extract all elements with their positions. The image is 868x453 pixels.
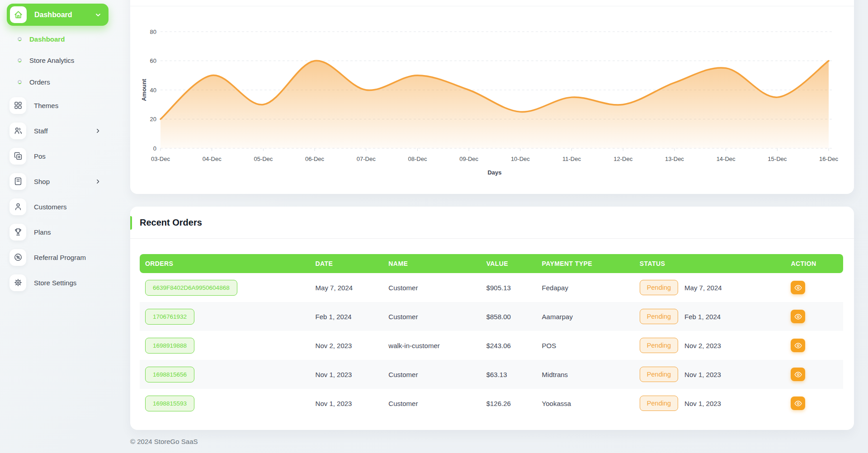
order-payment: Aamarpay bbox=[537, 313, 634, 321]
view-order-button[interactable] bbox=[791, 396, 805, 410]
sidebar-item-store-settings[interactable]: Store Settings bbox=[0, 273, 120, 293]
shop-icon bbox=[9, 173, 26, 190]
sidebar-item-store-analytics[interactable]: Store Analytics bbox=[0, 52, 120, 68]
order-value: $243.06 bbox=[481, 342, 537, 349]
pos-icon bbox=[9, 148, 26, 165]
order-value: $858.00 bbox=[481, 313, 537, 321]
order-date: Nov 1, 2023 bbox=[310, 400, 383, 407]
x-axis-title: Days bbox=[487, 169, 501, 176]
sidebar-header-label: Dashboard bbox=[34, 11, 95, 19]
status-badge[interactable]: Pending bbox=[640, 396, 678, 411]
order-payment: Fedapay bbox=[537, 284, 634, 292]
y-axis-title: Amount bbox=[141, 79, 147, 101]
order-id-badge[interactable]: 6639F8402D6A9950604868 bbox=[145, 280, 237, 296]
eye-icon bbox=[794, 342, 802, 349]
table-header-value: VALUE bbox=[481, 260, 537, 267]
status-date: Nov 2, 2023 bbox=[684, 342, 721, 349]
referral-icon bbox=[9, 249, 26, 266]
order-name: Customer bbox=[383, 371, 481, 378]
sidebar-item-staff[interactable]: Staff bbox=[0, 121, 120, 141]
order-date: May 7, 2024 bbox=[310, 284, 383, 292]
order-id-badge[interactable]: 1698815593 bbox=[145, 396, 194, 411]
svg-text:12-Dec: 12-Dec bbox=[613, 156, 632, 162]
view-order-button[interactable] bbox=[791, 281, 805, 294]
status-badge[interactable]: Pending bbox=[640, 367, 678, 382]
svg-text:40: 40 bbox=[150, 87, 156, 94]
view-order-button[interactable] bbox=[791, 310, 805, 323]
eye-icon bbox=[794, 284, 802, 291]
svg-text:14-Dec: 14-Dec bbox=[717, 156, 736, 162]
svg-text:08-Dec: 08-Dec bbox=[408, 156, 427, 162]
sidebar-item-pos[interactable]: Pos bbox=[0, 146, 120, 166]
status-date: Nov 1, 2023 bbox=[684, 371, 721, 378]
order-id-badge[interactable]: 1698919888 bbox=[145, 338, 194, 354]
svg-text:10-Dec: 10-Dec bbox=[511, 156, 530, 162]
view-order-button[interactable] bbox=[791, 368, 805, 381]
order-payment: POS bbox=[537, 342, 634, 349]
orders-table: ORDERS DATE NAME VALUE PAYMENT TYPE STAT… bbox=[140, 254, 843, 418]
table-header-orders: ORDERS bbox=[140, 260, 310, 267]
table-header-action: ACTION bbox=[785, 260, 843, 267]
view-order-button[interactable] bbox=[791, 339, 805, 352]
order-date: Feb 1, 2024 bbox=[310, 313, 383, 321]
status-badge[interactable]: Pending bbox=[640, 338, 678, 353]
sidebar-item-shop[interactable]: Shop bbox=[0, 171, 120, 191]
chevron-right-icon bbox=[95, 128, 101, 134]
table-row: 1706761932 Feb 1, 2024 Customer $858.00 … bbox=[140, 302, 843, 331]
svg-text:20: 20 bbox=[150, 116, 156, 123]
svg-text:15-Dec: 15-Dec bbox=[768, 156, 787, 162]
orders-area-chart: 02040608003-Dec04-Dec05-Dec06-Dec07-Dec0… bbox=[130, 0, 854, 194]
order-name: Customer bbox=[383, 400, 481, 407]
trophy-icon bbox=[9, 224, 26, 241]
order-payment: Midtrans bbox=[537, 371, 634, 378]
eye-icon bbox=[794, 313, 802, 320]
svg-text:0: 0 bbox=[153, 145, 156, 152]
bullet-icon bbox=[17, 80, 22, 84]
svg-text:03-Dec: 03-Dec bbox=[151, 156, 170, 162]
table-header-status: STATUS bbox=[634, 260, 786, 267]
table-row: 1698919888 Nov 2, 2023 walk-in-customer … bbox=[140, 331, 843, 360]
sidebar-item-orders[interactable]: Orders bbox=[0, 74, 120, 90]
table-row: 1698815656 Nov 1, 2023 Customer $63.13 M… bbox=[140, 360, 843, 389]
sidebar-item-themes[interactable]: Themes bbox=[0, 95, 120, 115]
chevron-down-icon bbox=[95, 12, 101, 18]
sidebar-item-dashboard[interactable]: Dashboard bbox=[0, 31, 120, 47]
chevron-right-icon bbox=[95, 179, 101, 184]
order-id-badge[interactable]: 1706761932 bbox=[145, 309, 194, 325]
svg-text:13-Dec: 13-Dec bbox=[665, 156, 684, 162]
order-date: Nov 2, 2023 bbox=[310, 342, 383, 349]
users-icon bbox=[9, 123, 26, 139]
status-badge[interactable]: Pending bbox=[640, 309, 678, 324]
order-id-badge[interactable]: 1698815656 bbox=[145, 367, 194, 382]
sidebar: Dashboard Dashboard Store Analytics Orde… bbox=[0, 0, 120, 453]
table-header-row: ORDERS DATE NAME VALUE PAYMENT TYPE STAT… bbox=[140, 254, 843, 273]
status-date: May 7, 2024 bbox=[684, 284, 722, 292]
table-header-name: NAME bbox=[383, 260, 481, 267]
order-name: Customer bbox=[383, 313, 481, 321]
svg-text:60: 60 bbox=[150, 57, 156, 64]
status-date: Nov 1, 2023 bbox=[684, 400, 721, 407]
gear-icon bbox=[9, 274, 26, 291]
home-icon bbox=[10, 6, 27, 23]
svg-text:80: 80 bbox=[150, 28, 156, 35]
sidebar-item-plans[interactable]: Plans bbox=[0, 222, 120, 242]
svg-text:07-Dec: 07-Dec bbox=[357, 156, 376, 162]
order-payment: Yookassa bbox=[537, 400, 634, 407]
footer-copyright: © 2024 StoreGo SaaS bbox=[130, 438, 198, 445]
status-badge[interactable]: Pending bbox=[640, 280, 678, 295]
status-date: Feb 1, 2024 bbox=[684, 313, 721, 321]
order-name: Customer bbox=[383, 284, 481, 292]
eye-icon bbox=[794, 400, 802, 407]
grid-icon bbox=[9, 97, 26, 114]
sidebar-item-customers[interactable]: Customers bbox=[0, 197, 120, 217]
customer-icon bbox=[9, 198, 26, 215]
recent-orders-title: Recent Orders bbox=[140, 217, 202, 228]
table-row: 6639F8402D6A9950604868 May 7, 2024 Custo… bbox=[140, 273, 843, 302]
order-name: walk-in-customer bbox=[383, 342, 481, 349]
recent-orders-card: Recent Orders ORDERS DATE NAME VALUE PAY… bbox=[130, 207, 854, 430]
sidebar-header-dashboard[interactable]: Dashboard bbox=[7, 4, 108, 26]
bullet-icon bbox=[17, 37, 22, 41]
order-value: $126.26 bbox=[481, 400, 537, 407]
title-accent bbox=[130, 216, 132, 230]
sidebar-item-referral-program[interactable]: Referral Program bbox=[0, 247, 120, 267]
